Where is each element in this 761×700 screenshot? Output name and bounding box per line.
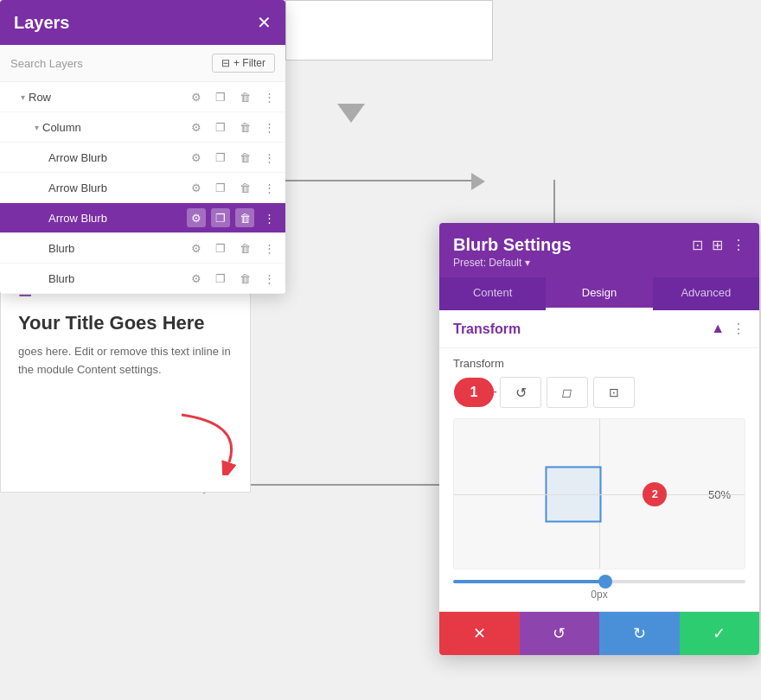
transform-percentage-value: 50% xyxy=(708,487,731,500)
layer-delete-icon[interactable]: 🗑 xyxy=(235,239,254,258)
layer-delete-icon[interactable]: 🗑 xyxy=(235,208,254,227)
layer-more-icon[interactable]: ⋮ xyxy=(259,239,278,258)
layer-item-label: Column xyxy=(42,121,187,134)
layers-panel-header: Layers ✕ xyxy=(0,0,285,45)
blurb-header-actions: ⊡ ⊞ ⋮ xyxy=(692,237,745,253)
layer-item-icons: ⚙ ❐ 🗑 ⋮ xyxy=(187,269,278,288)
transform-slider-fill xyxy=(453,580,605,583)
cancel-icon: ✕ xyxy=(473,624,486,643)
blurb-settings-header: Blurb Settings ⊡ ⊞ ⋮ Preset: Default ▾ xyxy=(439,223,759,277)
layer-item-icons: ⚙ ❐ 🗑 ⋮ xyxy=(187,118,278,137)
layer-settings-icon[interactable]: ⚙ xyxy=(187,239,206,258)
canvas-arrow-down xyxy=(337,104,365,123)
layer-more-icon[interactable]: ⋮ xyxy=(259,148,278,167)
transform-canvas: 2 50% xyxy=(453,418,745,570)
transform-slider-track[interactable] xyxy=(453,580,745,583)
transform-section: Transform ▲ ⋮ Transform 1 + ↺ ◻ ⊡ xyxy=(439,310,759,611)
layer-settings-icon[interactable]: ⚙ xyxy=(187,269,206,288)
blurb-settings-tabs: Content Design Advanced xyxy=(439,277,759,310)
layer-settings-icon[interactable]: ⚙ xyxy=(187,178,206,197)
transform-collapse-icon[interactable]: ▲ xyxy=(711,321,725,337)
layer-delete-icon[interactable]: 🗑 xyxy=(235,148,254,167)
layer-duplicate-icon[interactable]: ❐ xyxy=(211,178,230,197)
layer-more-icon[interactable]: ⋮ xyxy=(259,208,278,227)
layer-item-arrow-blurb-1[interactable]: Arrow Blurb ⚙ ❐ 🗑 ⋮ xyxy=(0,143,285,173)
transform-more-icon[interactable]: ⋮ xyxy=(732,321,745,337)
blurb-preset-label[interactable]: Preset: Default ▾ xyxy=(453,257,745,269)
blurb-more-icon[interactable]: ⋮ xyxy=(732,237,745,253)
layer-item-row[interactable]: ▾ Row ⚙ ❐ 🗑 ⋮ xyxy=(0,82,285,112)
layers-filter-button[interactable]: ⊟ + Filter xyxy=(212,54,275,73)
tab-advanced[interactable]: Advanced xyxy=(653,277,759,310)
blurb-save-button[interactable]: ✓ xyxy=(680,612,760,655)
transform-scale-button[interactable]: ⊡ xyxy=(593,377,635,408)
layer-item-blurb-1[interactable]: Blurb ⚙ ❐ 🗑 ⋮ xyxy=(0,233,285,264)
layer-duplicate-icon[interactable]: ❐ xyxy=(211,87,230,106)
tab-content[interactable]: Content xyxy=(439,277,546,310)
layer-settings-icon[interactable]: ⚙ xyxy=(187,118,206,137)
layers-search-placeholder[interactable]: Search Layers xyxy=(10,57,83,70)
undo-icon: ↺ xyxy=(553,624,566,643)
transform-sub-label: Transform xyxy=(439,348,759,377)
layer-more-icon[interactable]: ⋮ xyxy=(259,178,278,197)
layer-item-label: Blurb xyxy=(48,272,187,285)
annotation-arrow xyxy=(173,406,259,475)
layer-delete-icon[interactable]: 🗑 xyxy=(235,269,254,288)
layer-delete-icon[interactable]: 🗑 xyxy=(235,118,254,137)
layer-settings-icon[interactable]: ⚙ xyxy=(187,148,206,167)
blurb-layout-icon[interactable]: ⊞ xyxy=(712,237,723,253)
layer-item-label: Row xyxy=(29,91,187,104)
layer-settings-icon[interactable]: ⚙ xyxy=(187,87,206,106)
blurb-resize-icon[interactable]: ⊡ xyxy=(692,237,703,253)
layer-item-icons: ⚙ ❐ 🗑 ⋮ xyxy=(187,178,278,197)
transform-header-icons: ▲ ⋮ xyxy=(711,321,745,337)
transform-controls: 1 + ↺ ◻ ⊡ xyxy=(439,377,759,418)
transform-slider-thumb[interactable] xyxy=(598,575,612,589)
layer-item-label: Arrow Blurb xyxy=(48,181,187,194)
tab-design[interactable]: Design xyxy=(546,277,652,310)
layer-duplicate-icon[interactable]: ❐ xyxy=(211,148,230,167)
blurb-undo-button[interactable]: ↺ xyxy=(520,612,600,655)
layer-settings-icon[interactable]: ⚙ xyxy=(187,208,206,227)
chevron-down-icon: ▾ xyxy=(21,92,25,102)
transform-section-header: Transform ▲ ⋮ xyxy=(439,310,759,348)
transform-rotate-button[interactable]: ↺ xyxy=(500,377,541,408)
layer-more-icon[interactable]: ⋮ xyxy=(259,118,278,137)
layer-more-icon[interactable]: ⋮ xyxy=(259,269,278,288)
layer-delete-icon[interactable]: 🗑 xyxy=(235,178,254,197)
blurb-redo-button[interactable]: ↻ xyxy=(599,612,680,655)
layers-title: Layers xyxy=(14,13,70,33)
transform-slider-value: 0px xyxy=(453,589,745,601)
transform-slider-section: 0px xyxy=(439,580,759,611)
layer-item-icons: ⚙ ❐ 🗑 ⋮ xyxy=(187,208,278,227)
canvas-line-h xyxy=(285,180,476,181)
layer-delete-icon[interactable]: 🗑 xyxy=(235,87,254,106)
scale-icon: ⊡ xyxy=(609,385,619,399)
blurb-settings-panel: Blurb Settings ⊡ ⊞ ⋮ Preset: Default ▾ C… xyxy=(439,223,759,655)
layer-item-icons: ⚙ ❐ 🗑 ⋮ xyxy=(187,148,278,167)
blurb-settings-title: Blurb Settings xyxy=(453,235,572,255)
layer-item-column[interactable]: ▾ Column ⚙ ❐ 🗑 ⋮ xyxy=(0,112,285,143)
transform-step1-button[interactable]: 1 + xyxy=(453,377,495,408)
layer-item-label: Arrow Blurb xyxy=(48,151,187,164)
layers-close-button[interactable]: ✕ xyxy=(257,12,272,33)
layer-item-arrow-blurb-2[interactable]: Arrow Blurb ⚙ ❐ 🗑 ⋮ xyxy=(0,173,285,203)
save-checkmark-icon: ✓ xyxy=(713,624,726,643)
layers-panel: Layers ✕ Search Layers ⊟ + Filter ▾ Row … xyxy=(0,0,285,294)
transform-title: Transform xyxy=(453,321,521,337)
layer-more-icon[interactable]: ⋮ xyxy=(259,87,278,106)
layer-duplicate-icon[interactable]: ❐ xyxy=(211,239,230,258)
filter-label: + Filter xyxy=(233,57,265,69)
layer-item-arrow-blurb-3[interactable]: Arrow Blurb ⚙ ❐ 🗑 ⋮ xyxy=(0,203,285,233)
layer-item-blurb-2[interactable]: Blurb ⚙ ❐ 🗑 ⋮ xyxy=(0,264,285,294)
rotate-icon: ↺ xyxy=(515,385,527,401)
skew-icon: ◻ xyxy=(561,385,574,399)
layer-duplicate-icon[interactable]: ❐ xyxy=(211,118,230,137)
transform-preview-box xyxy=(546,466,602,522)
blurb-cancel-button[interactable]: ✕ xyxy=(439,612,520,655)
step1-badge: 1 xyxy=(470,385,478,400)
canvas-title: Your Title Goes Here xyxy=(18,312,233,334)
layer-duplicate-icon[interactable]: ❐ xyxy=(211,269,230,288)
transform-skew-button[interactable]: ◻ xyxy=(547,377,588,408)
layer-duplicate-icon[interactable]: ❐ xyxy=(211,208,230,227)
